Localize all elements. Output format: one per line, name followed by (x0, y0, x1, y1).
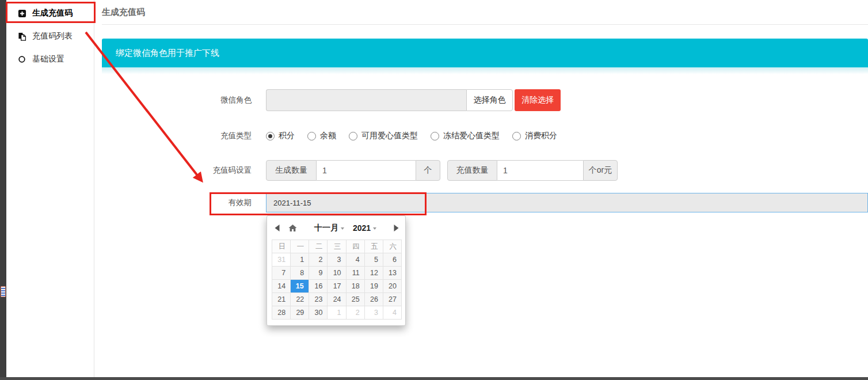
calendar-day[interactable]: 6 (383, 253, 401, 267)
sidebar-menu: 生成充值码 充值码列表 基础设置 (6, 0, 94, 67)
year-label: 2021 (353, 223, 371, 233)
circle-icon (17, 55, 26, 64)
calendar-day[interactable]: 4 (383, 306, 401, 320)
month-select[interactable]: 十一月 (314, 223, 344, 233)
calendar-day[interactable]: 2 (309, 253, 328, 267)
calendar-day[interactable]: 8 (291, 267, 309, 280)
calendar-day-header: 一 (291, 240, 309, 253)
panel-heading: 绑定微信角色用于推广下线 (102, 39, 868, 67)
edge-drag-handle[interactable] (1, 286, 6, 297)
radio-option-consume-points[interactable]: 消费积分 (512, 131, 557, 141)
calendar-day[interactable]: 31 (272, 253, 291, 267)
generate-qty-group: 生成数量 个 (266, 160, 440, 181)
prev-month-icon[interactable] (275, 225, 280, 231)
panel-heading-shadow (102, 67, 868, 74)
bottom-edge-bar (0, 377, 868, 380)
calendar-week-row: 21222324252627 (272, 293, 402, 306)
radio-icon (512, 132, 521, 140)
validity-date-input[interactable] (266, 193, 868, 212)
calendar-week-row: 14151617181920 (272, 280, 402, 293)
recharge-qty-addon: 充值数量 (447, 160, 497, 181)
radio-icon (266, 132, 275, 140)
radio-label: 冻结爱心值类型 (443, 131, 500, 141)
home-icon[interactable] (288, 224, 297, 232)
calendar-day[interactable]: 25 (346, 293, 364, 306)
select-role-button[interactable]: 选择角色 (466, 89, 513, 111)
calendar-day[interactable]: 28 (272, 306, 291, 320)
sidebar-item-label: 生成充值码 (32, 8, 73, 18)
calendar-day[interactable]: 18 (346, 280, 364, 293)
generate-qty-unit: 个 (416, 160, 440, 181)
calendar-day[interactable]: 7 (272, 267, 291, 280)
calendar-day[interactable]: 16 (309, 280, 328, 293)
calendar-day[interactable]: 4 (346, 253, 364, 267)
form-row-validity: 有效期 (102, 193, 868, 212)
calendar-day[interactable]: 23 (309, 293, 328, 306)
calendar-day[interactable]: 19 (364, 280, 383, 293)
calendar-day[interactable]: 10 (328, 267, 346, 280)
radio-label: 余额 (320, 131, 336, 141)
calendar-day[interactable]: 22 (291, 293, 309, 306)
validity-label: 有效期 (102, 197, 252, 208)
page-title: 生成充值码 (102, 7, 868, 18)
calendar-grid: 日一二三四五六 31123456789101112131415161718192… (272, 240, 402, 320)
calendar-day[interactable]: 17 (328, 280, 346, 293)
calendar-day[interactable]: 3 (328, 253, 346, 267)
calendar-day[interactable]: 5 (364, 253, 383, 267)
datepicker-header: 十一月 2021 (272, 221, 401, 235)
radio-option-frozen-love-value[interactable]: 冻结爱心值类型 (431, 131, 500, 141)
chevron-down-icon (341, 227, 344, 230)
calendar-day[interactable]: 12 (364, 267, 383, 280)
radio-option-available-love-value[interactable]: 可用爱心值类型 (349, 131, 418, 141)
year-select[interactable]: 2021 (353, 223, 376, 233)
next-month-icon[interactable] (394, 225, 399, 231)
radio-label: 可用爱心值类型 (361, 131, 418, 141)
calendar-day-headers: 日一二三四五六 (272, 240, 402, 253)
calendar-day[interactable]: 1 (328, 306, 346, 320)
calendar-day[interactable]: 2 (346, 306, 364, 320)
generate-code-form: 微信角色 选择角色 清除选择 充值类型 积分 余额 (102, 74, 868, 212)
calendar-day[interactable]: 24 (328, 293, 346, 306)
calendar-day[interactable]: 30 (309, 306, 328, 320)
radio-icon (307, 132, 316, 140)
radio-icon (349, 132, 357, 140)
calendar-week-row: 2829301234 (272, 306, 402, 320)
calendar-day[interactable]: 11 (346, 267, 364, 280)
radio-option-points[interactable]: 积分 (266, 131, 295, 141)
month-label: 十一月 (314, 223, 338, 233)
calendar-day[interactable]: 27 (383, 293, 401, 306)
calendar-day[interactable]: 9 (309, 267, 328, 280)
copy-icon (17, 32, 26, 41)
sidebar-item-label: 基础设置 (32, 54, 64, 64)
calendar-day[interactable]: 20 (383, 280, 401, 293)
panel-heading-text: 绑定微信角色用于推广下线 (116, 48, 219, 59)
radio-option-balance[interactable]: 余额 (307, 131, 336, 141)
recharge-qty-input[interactable] (497, 160, 583, 181)
title-divider (102, 24, 868, 25)
calendar-day[interactable]: 14 (272, 280, 291, 293)
form-row-wechat-role: 微信角色 选择角色 清除选择 (102, 89, 868, 111)
left-edge-bar (0, 0, 6, 380)
calendar-week-row: 78910111213 (272, 267, 402, 280)
calendar-day-selected[interactable]: 15 (291, 280, 309, 293)
clear-selection-button[interactable]: 清除选择 (515, 89, 561, 111)
sidebar-item-code-list[interactable]: 充值码列表 (17, 29, 94, 44)
recharge-qty-group: 充值数量 个or元 (447, 160, 618, 181)
calendar-day[interactable]: 1 (291, 253, 309, 267)
datepicker-popup: 十一月 2021 日一二三四五六 31123456789101112131415… (267, 215, 406, 326)
generate-qty-input[interactable] (317, 160, 416, 181)
sidebar-item-basic-settings[interactable]: 基础设置 (17, 52, 94, 67)
calendar-day-header: 六 (383, 240, 401, 253)
main-content: 生成充值码 绑定微信角色用于推广下线 微信角色 选择角色 清除选择 充值类型 积… (94, 0, 868, 377)
sidebar-item-generate-code[interactable]: 生成充值码 (17, 6, 94, 21)
radio-icon (431, 132, 439, 140)
calendar-day[interactable]: 21 (272, 293, 291, 306)
recharge-qty-unit: 个or元 (583, 160, 618, 181)
calendar-day[interactable]: 3 (364, 306, 383, 320)
calendar-day[interactable]: 26 (364, 293, 383, 306)
wechat-role-input[interactable] (266, 89, 466, 111)
calendar-day[interactable]: 29 (291, 306, 309, 320)
form-row-code-settings: 充值码设置 生成数量 个 充值数量 个or元 (102, 160, 868, 181)
radio-label: 消费积分 (525, 131, 557, 141)
calendar-day[interactable]: 13 (383, 267, 401, 280)
